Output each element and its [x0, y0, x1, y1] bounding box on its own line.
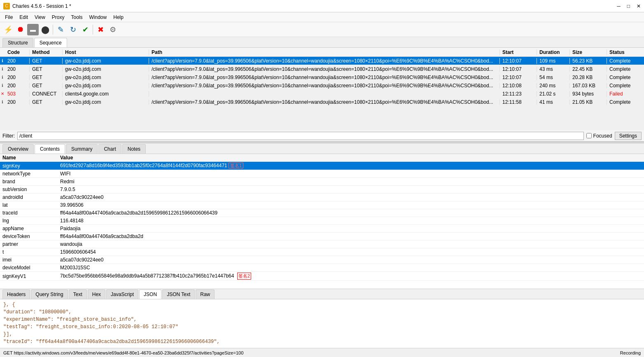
- lower-panel: Overview Contents Summary Chart Notes Na…: [0, 143, 644, 357]
- detail-content: Name Value signKey691fed2927a8d16b9f4ed3…: [0, 154, 644, 289]
- row-start: 12:10:07: [500, 58, 537, 64]
- row-method: CONNECT: [30, 91, 63, 97]
- row-indicator: ℹ: [0, 58, 5, 63]
- minimize-btn[interactable]: ─: [617, 3, 621, 9]
- tools-toolbar-btn[interactable]: ✖: [95, 24, 106, 35]
- settings-button[interactable]: Settings: [615, 132, 642, 140]
- settings-toolbar-btn[interactable]: ⚙: [107, 24, 119, 35]
- menu-item-window[interactable]: Window: [86, 14, 110, 21]
- status-url: GET https://activity.windows.com/v3/feed…: [3, 350, 243, 355]
- toolbar-sep2: [93, 25, 93, 35]
- stop-toolbar-btn[interactable]: ⏺: [15, 24, 26, 35]
- detail-row[interactable]: brandRedmi: [0, 178, 644, 186]
- detail-col-value: Value: [58, 154, 644, 162]
- bottom-tab-raw[interactable]: Raw: [196, 289, 215, 299]
- tab-summary[interactable]: Summary: [66, 144, 98, 154]
- detail-row[interactable]: partnerwandoujia: [0, 240, 644, 248]
- detail-row[interactable]: appNamePaidaojia: [0, 225, 644, 233]
- row-method: GET: [30, 66, 63, 72]
- bottom-tab-javascript[interactable]: JavaScript: [106, 289, 138, 299]
- request-row[interactable]: ℹ 200 GET gw-o2o.jddj.com /client?appVer…: [0, 57, 644, 65]
- tab-contents[interactable]: Contents: [35, 144, 65, 154]
- request-row[interactable]: ✕ 503 CONNECT clients4.google.com 12:11:…: [0, 90, 644, 98]
- json-line: "duration": "10800000",: [3, 308, 641, 316]
- row-duration: 41 ms: [537, 99, 570, 105]
- detail-cell-value: 7bc5d75be956bb65846e98a9ddb9a4a5b8771238…: [58, 272, 644, 281]
- detail-row[interactable]: androidIda5ca07dc90224ee0: [0, 194, 644, 201]
- row-duration: 109 ms: [537, 58, 570, 64]
- main-tabs: Structure Sequence: [0, 37, 644, 48]
- request-row[interactable]: ℹ 200 GET gw-o2o.jddj.com /client?appVer…: [0, 98, 644, 106]
- detail-row[interactable]: networkTypeWIFI: [0, 170, 644, 178]
- validate-toolbar-btn[interactable]: ✔: [79, 24, 91, 35]
- detail-cell-name: imei: [0, 256, 58, 264]
- bottom-tab-json-text[interactable]: JSON Text: [162, 289, 195, 299]
- throttle-toolbar-btn[interactable]: ▬: [27, 24, 39, 35]
- menu-item-help[interactable]: Help: [110, 14, 127, 21]
- clear-toolbar-btn[interactable]: ⬤: [40, 24, 51, 35]
- row-method: GET: [30, 83, 63, 89]
- detail-row[interactable]: signKeyV17bc5d75be956bb65846e98a9ddb9a4a…: [0, 272, 644, 281]
- detail-row[interactable]: subVersion7.9.0.5: [0, 186, 644, 194]
- tab-chart[interactable]: Chart: [98, 144, 121, 154]
- row-path: /client?appVersion=7.9.0&lat_pos=39.9965…: [149, 75, 500, 80]
- detail-cell-name: t: [0, 248, 58, 256]
- main-content: Code Method Host Path Start Duration Siz…: [0, 48, 644, 357]
- request-row[interactable]: ℹ 200 GET gw-o2o.jddj.com /client?appVer…: [0, 82, 644, 90]
- tab-sequence[interactable]: Sequence: [34, 38, 67, 47]
- bottom-tab-hex[interactable]: Hex: [88, 289, 105, 299]
- detail-cell-name: brand: [0, 178, 58, 186]
- detail-cell-name: appName: [0, 225, 58, 233]
- compose-toolbar-btn[interactable]: ✎: [55, 24, 66, 35]
- row-code: 200: [5, 58, 30, 64]
- titlebar: C Charles 4.5.6 - Session 1 * ─ □ ✕: [0, 0, 644, 12]
- row-path: /client?appVersion=7.9.0&lat_pos=39.9965…: [149, 83, 500, 89]
- bottom-tab-json[interactable]: JSON: [139, 289, 161, 299]
- tab-overview[interactable]: Overview: [2, 144, 34, 154]
- row-start: 12:11:23: [500, 91, 537, 97]
- detail-row[interactable]: signKey691fed2927a8d16b9f4ed3593bb1ab25f…: [0, 162, 644, 170]
- detail-row[interactable]: traceIdff64a44a8f00a447406a9cacba2dba2d1…: [0, 209, 644, 217]
- bottom-tab-headers[interactable]: Headers: [2, 289, 30, 299]
- row-path: /client?appVersion=7.9.0&lat_pos=39.9965…: [149, 99, 500, 105]
- detail-row[interactable]: lng116.48148: [0, 217, 644, 225]
- record-toolbar-btn[interactable]: ⚡: [2, 24, 14, 35]
- menu-item-proxy[interactable]: Proxy: [49, 14, 68, 21]
- close-btn[interactable]: ✕: [637, 3, 641, 9]
- window-controls[interactable]: ─ □ ✕: [617, 3, 641, 9]
- tab-notes[interactable]: Notes: [122, 144, 146, 154]
- detail-row[interactable]: deviceModelM2003J15SC: [0, 264, 644, 272]
- detail-row[interactable]: deviceTokenff64a44a8f00a447406a9cacba2db…: [0, 233, 644, 240]
- tab-structure[interactable]: Structure: [2, 38, 33, 47]
- bottom-tab-query[interactable]: Query String: [31, 289, 68, 299]
- detail-row[interactable]: t1596600606454: [0, 248, 644, 256]
- row-status: Complete: [607, 99, 644, 105]
- focused-checkbox[interactable]: [586, 133, 592, 138]
- menu-item-file[interactable]: File: [2, 14, 16, 21]
- row-size: 22.45 KB: [570, 66, 607, 72]
- menubar: FileEditViewProxyToolsWindowHelp: [0, 12, 644, 22]
- detail-cell-value: 7.9.0.5: [58, 186, 644, 194]
- filter-input[interactable]: [17, 132, 584, 140]
- menu-item-edit[interactable]: Edit: [16, 14, 31, 21]
- row-status: Complete: [607, 58, 644, 64]
- menu-item-tools[interactable]: Tools: [68, 14, 86, 21]
- col-header-duration: Duration: [537, 49, 570, 55]
- statusbar: GET https://activity.windows.com/v3/feed…: [0, 348, 644, 357]
- refresh-toolbar-btn[interactable]: ↻: [67, 24, 79, 35]
- menu-item-view[interactable]: View: [31, 14, 49, 21]
- request-row[interactable]: ℹ 200 GET gw-o2o.jddj.com /client?appVer…: [0, 73, 644, 82]
- window-title: Charles 4.5.6 - Session 1 *: [12, 3, 71, 9]
- bottom-tab-text[interactable]: Text: [69, 289, 87, 299]
- json-text: }, { "duration": "10800000", "experiment…: [0, 299, 644, 347]
- detail-row[interactable]: imeia5ca07dc90224ee0: [0, 256, 644, 264]
- detail-row[interactable]: lat39.996506: [0, 201, 644, 209]
- row-path: /client?appVersion=7.9.0&lat_pos=39.9965…: [149, 58, 500, 64]
- json-line: "traceId": "ff64a44a8f00a447406a9cacba2d…: [3, 338, 641, 345]
- row-status: Failed: [607, 91, 644, 97]
- detail-cell-name: signKey: [0, 162, 58, 170]
- detail-cell-name: traceId: [0, 209, 58, 217]
- focused-label: Focused: [593, 133, 612, 139]
- maximize-btn[interactable]: □: [627, 3, 630, 9]
- request-row[interactable]: ℹ 200 GET gw-o2o.jddj.com /client?appVer…: [0, 65, 644, 73]
